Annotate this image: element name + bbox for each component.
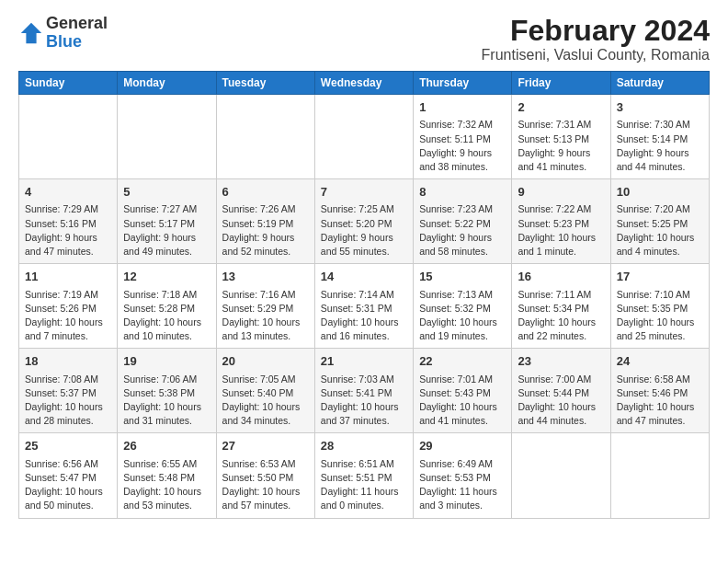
weekday-header-wednesday: Wednesday [314, 72, 413, 95]
calendar-cell: 22Sunrise: 7:01 AM Sunset: 5:43 PM Dayli… [414, 349, 512, 433]
day-number: 18 [25, 353, 111, 370]
calendar-cell: 16Sunrise: 7:11 AM Sunset: 5:34 PM Dayli… [512, 264, 610, 349]
day-info: Sunrise: 7:01 AM Sunset: 5:43 PM Dayligh… [419, 373, 506, 429]
calendar-cell: 15Sunrise: 7:13 AM Sunset: 5:32 PM Dayli… [414, 264, 512, 349]
day-number: 3 [617, 99, 703, 116]
calendar-cell: 13Sunrise: 7:16 AM Sunset: 5:29 PM Dayli… [216, 264, 314, 349]
calendar-cell: 21Sunrise: 7:03 AM Sunset: 5:41 PM Dayli… [314, 349, 413, 433]
weekday-header-row: SundayMondayTuesdayWednesdayThursdayFrid… [19, 72, 710, 95]
day-info: Sunrise: 7:23 AM Sunset: 5:22 PM Dayligh… [419, 202, 506, 259]
calendar-cell: 5Sunrise: 7:27 AM Sunset: 5:17 PM Daylig… [118, 179, 216, 264]
day-number: 17 [617, 269, 703, 285]
day-number: 29 [419, 438, 506, 454]
page-header: General Blue February 2024 Fruntiseni, V… [18, 15, 710, 63]
calendar-cell [610, 433, 709, 518]
day-info: Sunrise: 7:20 AM Sunset: 5:25 PM Dayligh… [617, 202, 703, 259]
day-info: Sunrise: 7:18 AM Sunset: 5:28 PM Dayligh… [123, 288, 210, 344]
calendar-cell: 2Sunrise: 7:31 AM Sunset: 5:13 PM Daylig… [512, 95, 610, 179]
day-info: Sunrise: 7:32 AM Sunset: 5:11 PM Dayligh… [419, 118, 506, 174]
day-number: 8 [419, 184, 506, 201]
day-number: 12 [123, 269, 210, 285]
day-info: Sunrise: 6:55 AM Sunset: 5:48 PM Dayligh… [123, 457, 210, 513]
weekday-header-saturday: Saturday [610, 72, 709, 95]
day-number: 26 [123, 438, 210, 454]
logo: General Blue [18, 15, 108, 52]
calendar-cell: 23Sunrise: 7:00 AM Sunset: 5:44 PM Dayli… [512, 349, 610, 433]
day-info: Sunrise: 7:31 AM Sunset: 5:13 PM Dayligh… [518, 118, 604, 174]
day-info: Sunrise: 7:26 AM Sunset: 5:19 PM Dayligh… [222, 202, 309, 259]
calendar-cell: 20Sunrise: 7:05 AM Sunset: 5:40 PM Dayli… [216, 349, 314, 433]
day-info: Sunrise: 7:13 AM Sunset: 5:32 PM Dayligh… [419, 288, 506, 344]
weekday-header-sunday: Sunday [19, 72, 118, 95]
logo-general-text: General [46, 14, 108, 32]
calendar-cell: 26Sunrise: 6:55 AM Sunset: 5:48 PM Dayli… [118, 433, 216, 518]
day-number: 14 [321, 269, 407, 285]
weekday-header-friday: Friday [512, 72, 610, 95]
logo-icon [18, 20, 44, 46]
calendar-cell: 14Sunrise: 7:14 AM Sunset: 5:31 PM Dayli… [314, 264, 413, 349]
calendar-cell: 12Sunrise: 7:18 AM Sunset: 5:28 PM Dayli… [118, 264, 216, 349]
calendar-cell: 1Sunrise: 7:32 AM Sunset: 5:11 PM Daylig… [414, 95, 512, 179]
day-info: Sunrise: 7:03 AM Sunset: 5:41 PM Dayligh… [321, 373, 407, 429]
location-title: Fruntiseni, Vaslui County, Romania [482, 47, 710, 63]
calendar-cell: 10Sunrise: 7:20 AM Sunset: 5:25 PM Dayli… [610, 179, 709, 264]
day-number: 23 [518, 353, 604, 370]
day-number: 5 [123, 184, 210, 201]
day-number: 19 [123, 353, 210, 370]
calendar-cell: 25Sunrise: 6:56 AM Sunset: 5:47 PM Dayli… [19, 433, 118, 518]
day-number: 13 [222, 269, 309, 285]
day-info: Sunrise: 7:05 AM Sunset: 5:40 PM Dayligh… [222, 373, 309, 429]
day-number: 9 [518, 184, 604, 201]
calendar-week-row: 4Sunrise: 7:29 AM Sunset: 5:16 PM Daylig… [19, 179, 710, 264]
calendar-cell: 24Sunrise: 6:58 AM Sunset: 5:46 PM Dayli… [610, 349, 709, 433]
calendar-week-row: 11Sunrise: 7:19 AM Sunset: 5:26 PM Dayli… [19, 264, 710, 349]
calendar-title-area: February 2024 Fruntiseni, Vaslui County,… [482, 15, 710, 63]
day-number: 24 [617, 353, 703, 370]
calendar-cell: 29Sunrise: 6:49 AM Sunset: 5:53 PM Dayli… [414, 433, 512, 518]
calendar-cell: 3Sunrise: 7:30 AM Sunset: 5:14 PM Daylig… [610, 95, 709, 179]
day-number: 11 [25, 269, 111, 285]
day-info: Sunrise: 7:08 AM Sunset: 5:37 PM Dayligh… [25, 373, 111, 429]
day-number: 21 [321, 353, 407, 370]
calendar-week-row: 1Sunrise: 7:32 AM Sunset: 5:11 PM Daylig… [19, 95, 710, 179]
calendar-cell: 11Sunrise: 7:19 AM Sunset: 5:26 PM Dayli… [19, 264, 118, 349]
day-info: Sunrise: 6:53 AM Sunset: 5:50 PM Dayligh… [222, 457, 309, 513]
day-info: Sunrise: 7:06 AM Sunset: 5:38 PM Dayligh… [123, 373, 210, 429]
day-info: Sunrise: 6:51 AM Sunset: 5:51 PM Dayligh… [321, 457, 407, 513]
day-info: Sunrise: 7:11 AM Sunset: 5:34 PM Dayligh… [518, 288, 604, 344]
day-info: Sunrise: 7:22 AM Sunset: 5:23 PM Dayligh… [518, 202, 604, 259]
day-number: 7 [321, 184, 407, 201]
day-info: Sunrise: 6:49 AM Sunset: 5:53 PM Dayligh… [419, 457, 506, 513]
calendar-cell: 18Sunrise: 7:08 AM Sunset: 5:37 PM Dayli… [19, 349, 118, 433]
calendar-table: SundayMondayTuesdayWednesdayThursdayFrid… [18, 71, 710, 518]
day-number: 16 [518, 269, 604, 285]
weekday-header-thursday: Thursday [414, 72, 512, 95]
day-info: Sunrise: 7:10 AM Sunset: 5:35 PM Dayligh… [617, 288, 703, 344]
day-number: 1 [419, 99, 506, 116]
calendar-cell: 17Sunrise: 7:10 AM Sunset: 5:35 PM Dayli… [610, 264, 709, 349]
calendar-cell: 7Sunrise: 7:25 AM Sunset: 5:20 PM Daylig… [314, 179, 413, 264]
day-info: Sunrise: 6:58 AM Sunset: 5:46 PM Dayligh… [617, 373, 703, 429]
calendar-cell [216, 95, 314, 179]
day-info: Sunrise: 7:25 AM Sunset: 5:20 PM Dayligh… [321, 202, 407, 259]
calendar-cell: 27Sunrise: 6:53 AM Sunset: 5:50 PM Dayli… [216, 433, 314, 518]
calendar-cell [118, 95, 216, 179]
calendar-cell: 9Sunrise: 7:22 AM Sunset: 5:23 PM Daylig… [512, 179, 610, 264]
day-info: Sunrise: 7:27 AM Sunset: 5:17 PM Dayligh… [123, 202, 210, 259]
day-number: 2 [518, 99, 604, 116]
day-number: 15 [419, 269, 506, 285]
weekday-header-tuesday: Tuesday [216, 72, 314, 95]
day-number: 22 [419, 353, 506, 370]
day-info: Sunrise: 7:00 AM Sunset: 5:44 PM Dayligh… [518, 373, 604, 429]
day-info: Sunrise: 7:29 AM Sunset: 5:16 PM Dayligh… [25, 202, 111, 259]
calendar-cell: 4Sunrise: 7:29 AM Sunset: 5:16 PM Daylig… [19, 179, 118, 264]
day-number: 25 [25, 438, 111, 454]
day-info: Sunrise: 6:56 AM Sunset: 5:47 PM Dayligh… [25, 457, 111, 513]
calendar-week-row: 25Sunrise: 6:56 AM Sunset: 5:47 PM Dayli… [19, 433, 710, 518]
calendar-cell: 19Sunrise: 7:06 AM Sunset: 5:38 PM Dayli… [118, 349, 216, 433]
day-number: 20 [222, 353, 309, 370]
svg-marker-0 [21, 23, 41, 43]
day-number: 10 [617, 184, 703, 201]
calendar-cell: 6Sunrise: 7:26 AM Sunset: 5:19 PM Daylig… [216, 179, 314, 264]
calendar-cell [19, 95, 118, 179]
